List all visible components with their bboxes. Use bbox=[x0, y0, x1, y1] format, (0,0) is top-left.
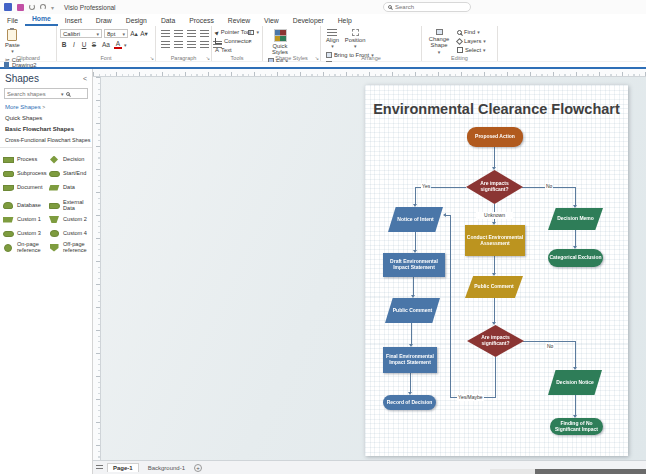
node-proposed-action[interactable]: Proposed Action bbox=[467, 127, 523, 147]
indent-icon[interactable] bbox=[200, 41, 209, 48]
connector-segment[interactable] bbox=[450, 215, 451, 397]
stencil-item-process[interactable]: Process bbox=[2, 153, 48, 166]
quick-styles-button[interactable]: Quick Styles bbox=[266, 28, 294, 57]
change-case-button[interactable]: Aa bbox=[100, 41, 112, 48]
shapes-search-box[interactable]: ▾ bbox=[4, 88, 88, 99]
edge-label-yes-maybe[interactable]: Yes/Maybe bbox=[457, 394, 484, 401]
stencil-item-external-data[interactable]: External Data bbox=[48, 199, 90, 212]
align-left-icon[interactable] bbox=[161, 41, 170, 48]
tab-help[interactable]: Help bbox=[331, 15, 359, 26]
stencil-item-start-end[interactable]: Start/End bbox=[48, 167, 90, 180]
font-family-select[interactable]: Calibri▾ bbox=[60, 29, 102, 38]
node-conduct-environmental-assessment[interactable]: Conduct Environmental Assessment bbox=[465, 225, 525, 256]
connector-segment[interactable] bbox=[494, 147, 495, 167]
shapes-search-dropdown-icon[interactable]: ▾ bbox=[61, 91, 64, 97]
connector-segment[interactable] bbox=[415, 187, 416, 204]
text-tool-button[interactable]: AText bbox=[215, 46, 251, 54]
connection-point-button[interactable]: × bbox=[248, 37, 259, 45]
more-shapes-link[interactable]: More Shapes > bbox=[0, 101, 92, 112]
align-center-icon[interactable] bbox=[174, 41, 183, 48]
connector-segment[interactable] bbox=[575, 187, 576, 205]
align-middle-icon[interactable] bbox=[174, 30, 183, 37]
save-icon[interactable] bbox=[17, 4, 24, 11]
tab-design[interactable]: Design bbox=[119, 15, 154, 26]
align-right-icon[interactable] bbox=[187, 41, 196, 48]
node-final-eis[interactable]: Final Environmental Impact Statement bbox=[383, 347, 437, 373]
stencil-item-on-page-reference[interactable]: On-page reference bbox=[2, 241, 48, 254]
stencil-item-data[interactable]: Data bbox=[48, 181, 90, 194]
horizontal-scrollbar-thumb[interactable] bbox=[535, 469, 646, 474]
add-page-button[interactable]: + bbox=[194, 464, 202, 472]
search-box[interactable] bbox=[383, 2, 471, 12]
stencil-item-decision[interactable]: Decision bbox=[48, 153, 90, 166]
connector-tool-button[interactable]: Connector bbox=[215, 37, 251, 45]
edge-label-no-2[interactable]: No bbox=[546, 343, 554, 350]
grow-font-button[interactable]: A▴ bbox=[130, 30, 138, 38]
edge-label-no[interactable]: No bbox=[545, 183, 553, 190]
tab-view[interactable]: View bbox=[257, 15, 286, 26]
page-tab-page-1[interactable]: Page-1 bbox=[107, 463, 139, 472]
paragraph-dialog-launcher-icon[interactable]: ↘ bbox=[206, 55, 210, 61]
tab-data[interactable]: Data bbox=[154, 15, 182, 26]
node-decision-memo[interactable]: Decision Memo bbox=[548, 208, 603, 230]
tab-developer[interactable]: Developer bbox=[286, 15, 331, 26]
stencil-basic-flowchart[interactable]: Basic Flowchart Shapes bbox=[0, 123, 92, 134]
stencil-item-document[interactable]: Document bbox=[2, 181, 48, 194]
stencil-item-custom-2[interactable]: Custom 2 bbox=[48, 213, 90, 226]
tab-insert[interactable]: Insert bbox=[58, 15, 89, 26]
strikethrough-button[interactable]: S bbox=[90, 41, 98, 48]
redo-icon[interactable] bbox=[40, 4, 46, 10]
shrink-font-button[interactable]: A▾ bbox=[140, 30, 148, 38]
page-tab-background-1[interactable]: Background-1 bbox=[143, 464, 190, 472]
line-spacing-icon[interactable] bbox=[200, 30, 209, 37]
font-color-button[interactable]: A bbox=[114, 40, 122, 49]
connector-segment[interactable] bbox=[523, 341, 576, 342]
tab-home[interactable]: Home bbox=[25, 13, 58, 26]
connector-segment[interactable] bbox=[495, 357, 496, 397]
node-notice-of-intent[interactable]: Notice of Intent bbox=[388, 207, 443, 232]
connector-segment[interactable] bbox=[575, 395, 576, 415]
stencil-item-custom-4[interactable]: Custom 4 bbox=[48, 227, 90, 240]
node-draft-eis[interactable]: Draft Environmental Impact Statement bbox=[383, 253, 445, 277]
horizontal-ruler[interactable] bbox=[93, 69, 646, 77]
undo-icon[interactable] bbox=[29, 4, 35, 10]
drawing-page[interactable]: Environmental Clearance Flowchart bbox=[365, 85, 628, 456]
node-decision-2[interactable]: Are impacts significant? bbox=[467, 325, 524, 357]
node-decision-1[interactable]: Are impacts significant? bbox=[466, 170, 523, 204]
paste-button[interactable]: Paste ▾ bbox=[3, 28, 22, 56]
page-menu-icon[interactable] bbox=[96, 465, 103, 470]
stencil-item-custom-3[interactable]: Custom 3 bbox=[2, 227, 48, 240]
stencil-cross-functional[interactable]: Cross-Functional Flowchart Shapes bbox=[0, 134, 92, 145]
layers-button[interactable]: Layers▾ bbox=[457, 37, 486, 45]
tab-review[interactable]: Review bbox=[221, 15, 257, 26]
underline-button[interactable]: U bbox=[80, 41, 88, 48]
quick-shapes-link[interactable]: Quick Shapes bbox=[0, 112, 92, 123]
connector-segment[interactable] bbox=[410, 373, 411, 392]
align-top-icon[interactable] bbox=[161, 30, 170, 37]
node-decision-notice[interactable]: Decision Notice bbox=[548, 370, 602, 395]
shape-styles-dialog-launcher-icon[interactable]: ↘ bbox=[315, 55, 319, 61]
tab-file[interactable]: File bbox=[0, 15, 25, 26]
tab-process[interactable]: Process bbox=[182, 15, 221, 26]
connector-segment[interactable] bbox=[494, 298, 495, 322]
qat-customize-icon[interactable]: ▾ bbox=[51, 4, 54, 11]
shapes-search-icon[interactable] bbox=[66, 92, 70, 96]
font-color-dropdown-icon[interactable]: ▾ bbox=[124, 42, 127, 48]
node-categorical-exclusion[interactable]: Categorical Exclusion bbox=[548, 249, 603, 267]
connector-segment[interactable] bbox=[494, 256, 495, 273]
connector-segment[interactable] bbox=[575, 341, 576, 367]
stencil-item-off-page-reference[interactable]: Off-page reference bbox=[48, 241, 90, 254]
drawing-canvas[interactable]: Environmental Clearance Flowchart bbox=[93, 69, 646, 460]
align-button[interactable]: Align▾ bbox=[324, 28, 341, 51]
connector-segment[interactable] bbox=[575, 230, 576, 246]
node-public-comment-ea[interactable]: Public Comment bbox=[465, 276, 523, 298]
connector-segment[interactable] bbox=[415, 232, 416, 250]
edge-label-unknown[interactable]: Unknown bbox=[476, 212, 513, 219]
node-finding-of-no-significant-impact[interactable]: Finding of No Significant Impact bbox=[550, 418, 603, 435]
document-name[interactable]: Drawing2 bbox=[12, 62, 37, 68]
vertical-ruler[interactable] bbox=[93, 77, 101, 460]
italic-button[interactable]: I bbox=[70, 41, 78, 48]
stencil-item-subprocess[interactable]: Subprocess bbox=[2, 167, 48, 180]
tab-draw[interactable]: Draw bbox=[89, 15, 119, 26]
select-button[interactable]: Select▾ bbox=[457, 46, 486, 54]
